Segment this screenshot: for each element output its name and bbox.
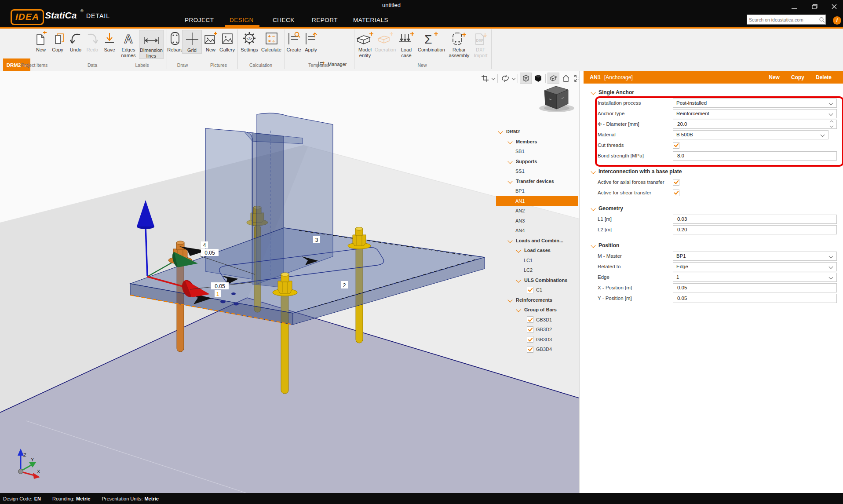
tree-item-gb3d4[interactable]: GB3D4 <box>496 344 578 354</box>
y-position-input[interactable] <box>676 295 836 301</box>
home-view-button[interactable] <box>560 73 571 84</box>
section-single-anchor[interactable]: Single Anchor <box>580 87 843 98</box>
navigation-cube[interactable] <box>539 86 574 112</box>
combination-button[interactable]: Σ Combination <box>418 30 444 53</box>
checkbox[interactable] <box>527 346 533 353</box>
chevron-down-icon[interactable] <box>507 179 512 183</box>
template-create-button[interactable]: Create <box>284 30 303 53</box>
tree-item-sb1[interactable]: SB1 <box>496 146 578 157</box>
l1-input-wrap[interactable] <box>673 215 837 224</box>
panel-delete-button[interactable]: Delete <box>816 74 832 80</box>
bond-strength-input[interactable] <box>676 153 836 159</box>
tab-report[interactable]: REPORT <box>312 17 338 27</box>
chevron-down-icon[interactable] <box>492 77 495 80</box>
l1-input[interactable] <box>676 216 836 222</box>
viewport-3d[interactable]: 4 0.05 0.05 1 3 2 <box>0 71 579 493</box>
checkbox[interactable] <box>527 326 533 333</box>
chevron-down-icon[interactable] <box>498 129 503 134</box>
checkbox[interactable] <box>527 287 533 293</box>
tree-item-supports[interactable]: Supports <box>496 157 578 167</box>
info-icon[interactable]: i <box>833 16 841 25</box>
crop-view-button[interactable] <box>479 73 490 84</box>
tree-item-bp1[interactable]: BP1 <box>496 186 578 196</box>
tree-item-an2[interactable]: AN2 <box>496 206 578 216</box>
tree-item-an4[interactable]: AN4 <box>496 226 578 236</box>
l2-input-wrap[interactable] <box>673 225 837 234</box>
model-entity-button[interactable]: Modelentity <box>354 30 376 58</box>
chevron-down-icon[interactable] <box>507 139 512 144</box>
shaded-view-button[interactable] <box>533 73 544 84</box>
settings-button[interactable]: </> Settings <box>238 30 260 53</box>
diameter-input[interactable] <box>676 121 836 127</box>
gallery-button[interactable]: Gallery <box>217 30 237 53</box>
diameter-stepper[interactable] <box>673 120 837 129</box>
chevron-down-icon[interactable] <box>507 297 512 302</box>
tree-item-c1[interactable]: C1 <box>496 285 578 295</box>
rebar-assembly-button[interactable]: Rebarassembly <box>447 30 471 58</box>
close-button[interactable] <box>828 3 841 11</box>
y-position-input-wrap[interactable] <box>673 294 837 303</box>
tree-item-transfer-devices[interactable]: Transfer devices <box>496 176 578 186</box>
cuboid-plus-icon <box>354 30 376 46</box>
l2-input[interactable] <box>676 226 836 233</box>
tree-item-load-cases[interactable]: Load cases <box>496 245 578 256</box>
tree-item-members[interactable]: Members <box>496 137 578 147</box>
bond-strength-input-wrap[interactable] <box>673 151 837 161</box>
x-position-input-wrap[interactable] <box>673 283 837 292</box>
panel-copy-button[interactable]: Copy <box>791 74 804 80</box>
related-to-select[interactable]: Edge <box>673 262 837 271</box>
chevron-down-icon[interactable] <box>507 159 512 164</box>
tree-item-gb3d3[interactable]: GB3D3 <box>496 335 578 345</box>
edge-select[interactable]: 1 <box>673 273 837 282</box>
tab-materials[interactable]: MATERIALS <box>353 17 388 27</box>
search-icon <box>818 16 825 23</box>
tree-item-drm2[interactable]: DRM2 <box>496 127 578 137</box>
template-apply-button[interactable]: Apply <box>302 30 320 53</box>
search-input[interactable] <box>747 17 818 22</box>
tree-item-ss1[interactable]: SS1 <box>496 166 578 176</box>
load-case-button[interactable]: Loadcase <box>395 30 417 58</box>
tree-item-uls-combinations[interactable]: ULS Combinations <box>496 275 578 285</box>
edges-names-button[interactable]: A Edgesnames <box>117 30 140 58</box>
tree-item-an1[interactable]: AN1 <box>496 196 578 206</box>
chevron-down-icon[interactable] <box>507 238 512 243</box>
section-geometry[interactable]: Geometry <box>580 203 843 214</box>
checkbox[interactable] <box>527 316 533 323</box>
tree-item-reinforcements[interactable]: Reinforcements <box>496 295 578 305</box>
calculate-button[interactable]: + −× ÷ Calculate <box>260 30 283 53</box>
section-position[interactable]: Position <box>580 240 843 251</box>
clipping-view-button[interactable] <box>547 73 559 84</box>
chevron-down-icon[interactable] <box>516 278 521 282</box>
chevron-down-icon[interactable] <box>516 248 521 253</box>
tab-check[interactable]: CHECK <box>273 17 295 27</box>
tree-item-gb3d1[interactable]: GB3D1 <box>496 315 578 325</box>
tree-item-group-of-bars[interactable]: Group of Bars <box>496 305 578 315</box>
tree-item-gb3d2[interactable]: GB3D2 <box>496 325 578 335</box>
anchor-type-select[interactable]: Reinforcement <box>673 109 837 118</box>
section-interconnection[interactable]: Interconnection with a base plate <box>580 166 843 177</box>
axial-transfer-checkbox[interactable] <box>673 179 679 186</box>
orbit-button[interactable] <box>500 73 511 84</box>
tree-item-lc1[interactable]: LC1 <box>496 256 578 266</box>
search-box[interactable] <box>747 15 826 25</box>
cut-threads-checkbox[interactable] <box>673 142 679 149</box>
wireframe-view-button[interactable] <box>520 73 532 84</box>
spinner-arrows[interactable] <box>830 121 833 127</box>
tab-project[interactable]: PROJECT <box>185 17 214 27</box>
chevron-down-icon[interactable] <box>516 307 521 312</box>
installation-process-select[interactable]: Post-installed <box>673 99 837 108</box>
dim-label-005b: 0.05 <box>211 282 229 289</box>
x-position-input[interactable] <box>676 285 836 291</box>
tree-item-loads[interactable]: Loads and Combin... <box>496 236 578 246</box>
minimize-button[interactable] <box>788 3 801 11</box>
restore-button[interactable] <box>808 3 821 11</box>
checkbox[interactable] <box>527 336 533 343</box>
tree-item-lc2[interactable]: LC2 <box>496 265 578 275</box>
shear-transfer-checkbox[interactable] <box>673 190 679 196</box>
panel-new-button[interactable]: New <box>769 74 780 80</box>
chevron-down-icon[interactable] <box>512 77 515 80</box>
material-select[interactable]: B 500B <box>673 130 828 139</box>
dimension-lines-button[interactable]: Dimensionlines <box>139 30 164 59</box>
tree-item-an3[interactable]: AN3 <box>496 216 578 226</box>
master-select[interactable]: BP1 <box>673 252 837 261</box>
